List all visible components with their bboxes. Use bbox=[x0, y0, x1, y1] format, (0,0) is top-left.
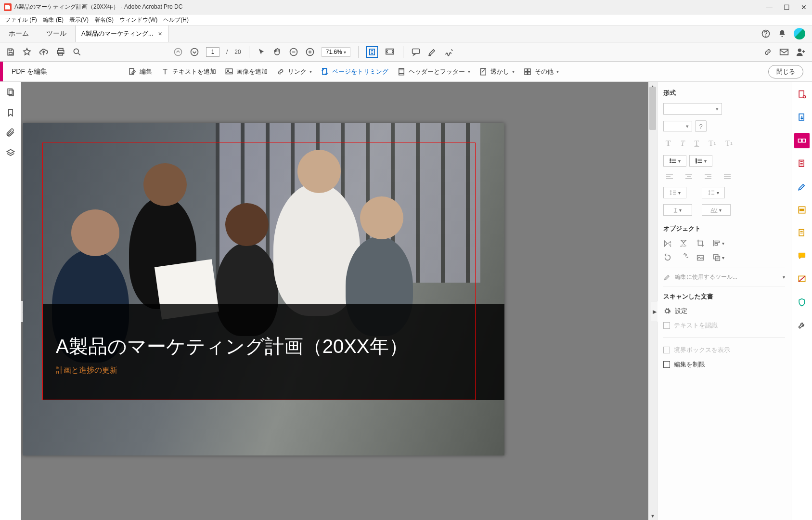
underline-icon[interactable]: T bbox=[692, 138, 702, 149]
signature-icon[interactable] bbox=[444, 47, 454, 57]
save-icon[interactable] bbox=[6, 47, 15, 57]
numbered-list-button[interactable]: 123▾ bbox=[689, 155, 712, 167]
subscript-icon[interactable]: T1 bbox=[723, 138, 735, 149]
char-spacing-button[interactable]: AV ▾ bbox=[702, 204, 731, 216]
tool-crop-pages[interactable]: ページをトリミング bbox=[321, 67, 388, 76]
settings-link[interactable]: 設定 bbox=[663, 307, 785, 315]
rotate-ccw-icon[interactable] bbox=[663, 253, 672, 262]
pdf-page[interactable]: A製品のマーケティング計画（20XX年） 計画と進捗の更新 bbox=[23, 123, 504, 455]
font-size-dropdown[interactable]: ▾ bbox=[663, 121, 692, 131]
email-icon[interactable] bbox=[779, 47, 789, 57]
search-icon[interactable] bbox=[72, 47, 82, 57]
rail-more-tools-icon[interactable] bbox=[794, 318, 810, 333]
tool-add-image[interactable]: 画像を追加 bbox=[225, 67, 268, 76]
title-block[interactable]: A製品のマーケティング計画（20XX年） 計画と進捗の更新 bbox=[42, 304, 504, 400]
tab-tools[interactable]: ツール bbox=[38, 26, 75, 42]
show-bbox-checkbox: 境界ボックスを表示 bbox=[663, 346, 785, 354]
scroll-down-icon[interactable]: ▼ bbox=[648, 511, 657, 520]
minimize-button[interactable]: — bbox=[765, 3, 773, 12]
star-icon[interactable] bbox=[22, 47, 32, 57]
layers-icon[interactable] bbox=[6, 148, 15, 158]
page-number-input[interactable] bbox=[206, 47, 219, 57]
thumbnails-icon[interactable] bbox=[6, 88, 15, 97]
tool-other[interactable]: その他▾ bbox=[523, 67, 559, 76]
bullet-list-button[interactable]: ▾ bbox=[663, 155, 686, 167]
rail-redact-icon[interactable] bbox=[794, 202, 810, 218]
menu-window[interactable]: ウィンドウ(W) bbox=[116, 15, 160, 25]
menu-help[interactable]: ヘルプ(H) bbox=[160, 15, 192, 25]
edit-tools-link[interactable]: 編集に使用するツール... ▾ bbox=[663, 268, 785, 286]
font-help-icon[interactable]: ? bbox=[695, 120, 707, 132]
rail-sign-icon[interactable] bbox=[794, 179, 810, 195]
flip-horizontal-icon[interactable] bbox=[663, 239, 672, 247]
tool-header-footer[interactable]: ヘッダーとフッター▾ bbox=[397, 67, 470, 76]
menu-view[interactable]: 表示(V) bbox=[66, 15, 91, 25]
zoom-in-icon[interactable] bbox=[305, 47, 315, 57]
cloud-upload-icon[interactable] bbox=[39, 47, 49, 57]
highlight-icon[interactable] bbox=[427, 47, 437, 57]
replace-image-icon[interactable] bbox=[696, 253, 705, 262]
menu-file[interactable]: ファイル (F) bbox=[2, 15, 40, 25]
object-tools-row1: ▾ bbox=[663, 239, 785, 247]
align-right-icon[interactable] bbox=[702, 172, 714, 181]
tool-edit[interactable]: 編集 bbox=[128, 67, 152, 76]
tool-add-text[interactable]: テキストを追加 bbox=[161, 67, 216, 76]
attachment-icon[interactable] bbox=[6, 128, 15, 138]
zoom-value[interactable]: 71.6% ▾ bbox=[322, 47, 350, 57]
account-avatar[interactable] bbox=[794, 28, 805, 39]
menu-edit[interactable]: 編集 (E) bbox=[40, 15, 66, 25]
paragraph-spacing-button[interactable]: ▾ bbox=[702, 187, 725, 198]
rail-comment-icon[interactable] bbox=[794, 248, 810, 264]
rail-protect-icon[interactable] bbox=[794, 295, 810, 310]
rail-edit-pdf-icon[interactable] bbox=[794, 133, 810, 148]
restrict-edit-checkbox[interactable]: 編集を制限 bbox=[663, 360, 785, 369]
align-center-icon[interactable] bbox=[683, 172, 695, 181]
fit-width-icon[interactable] bbox=[385, 48, 395, 56]
align-left-icon[interactable] bbox=[663, 172, 676, 181]
help-icon[interactable] bbox=[761, 29, 771, 39]
align-objects-icon[interactable]: ▾ bbox=[712, 239, 724, 247]
line-spacing-button[interactable]: ▾ bbox=[663, 187, 686, 198]
print-icon[interactable] bbox=[56, 47, 65, 57]
rail-export-pdf-icon[interactable] bbox=[794, 110, 810, 125]
close-window-button[interactable]: ✕ bbox=[799, 3, 808, 12]
doc-tab-close-icon[interactable]: × bbox=[158, 30, 162, 38]
tool-watermark[interactable]: 透かし▾ bbox=[479, 67, 515, 76]
page-down-icon[interactable] bbox=[190, 47, 199, 57]
fit-page-icon[interactable] bbox=[366, 46, 378, 58]
align-justify-icon[interactable] bbox=[721, 172, 734, 181]
crop-icon[interactable] bbox=[696, 239, 705, 247]
tab-home[interactable]: ホーム bbox=[0, 26, 38, 42]
zoom-out-icon[interactable] bbox=[289, 47, 298, 57]
italic-icon[interactable]: T bbox=[678, 138, 687, 149]
maximize-button[interactable]: ☐ bbox=[782, 3, 791, 12]
menu-sign[interactable]: 署名(S) bbox=[91, 15, 116, 25]
page-up-icon[interactable] bbox=[173, 47, 183, 57]
rail-organize-icon[interactable] bbox=[794, 156, 810, 171]
arrange-icon[interactable]: ▾ bbox=[712, 253, 724, 262]
rail-compare-icon[interactable] bbox=[794, 272, 810, 287]
comment-icon[interactable] bbox=[411, 48, 421, 56]
bookmark-icon[interactable] bbox=[6, 108, 15, 117]
share-link-icon[interactable] bbox=[763, 47, 773, 57]
tab-document[interactable]: A製品のマーケティング... × bbox=[75, 26, 168, 42]
add-person-icon[interactable] bbox=[796, 47, 806, 57]
bold-icon[interactable]: T bbox=[663, 138, 673, 149]
svg-point-28 bbox=[670, 159, 670, 160]
close-edit-button[interactable]: 閉じる bbox=[768, 65, 803, 78]
document-viewport[interactable]: ◀ A製品のマーケティング計画（20XX年） 計画と進捗の更新 ▲ ▼ bbox=[21, 82, 657, 520]
rail-create-pdf-icon[interactable] bbox=[794, 87, 810, 102]
scroll-thumb[interactable] bbox=[649, 87, 656, 130]
font-family-dropdown[interactable]: ▾ bbox=[663, 103, 785, 115]
pointer-icon[interactable] bbox=[257, 48, 266, 56]
horizontal-scale-button[interactable]: T ▾ bbox=[663, 204, 692, 216]
hand-icon[interactable] bbox=[272, 47, 282, 57]
superscript-icon[interactable]: T1 bbox=[706, 138, 718, 149]
rotate-cw-icon[interactable] bbox=[680, 253, 688, 262]
rail-prepare-form-icon[interactable] bbox=[794, 225, 810, 241]
flip-vertical-icon[interactable] bbox=[680, 239, 688, 247]
svg-point-30 bbox=[670, 162, 670, 163]
collapse-right-panel-icon[interactable]: ▶ bbox=[651, 301, 657, 322]
tool-link[interactable]: リンク▾ bbox=[276, 67, 312, 76]
bell-icon[interactable] bbox=[777, 29, 787, 39]
